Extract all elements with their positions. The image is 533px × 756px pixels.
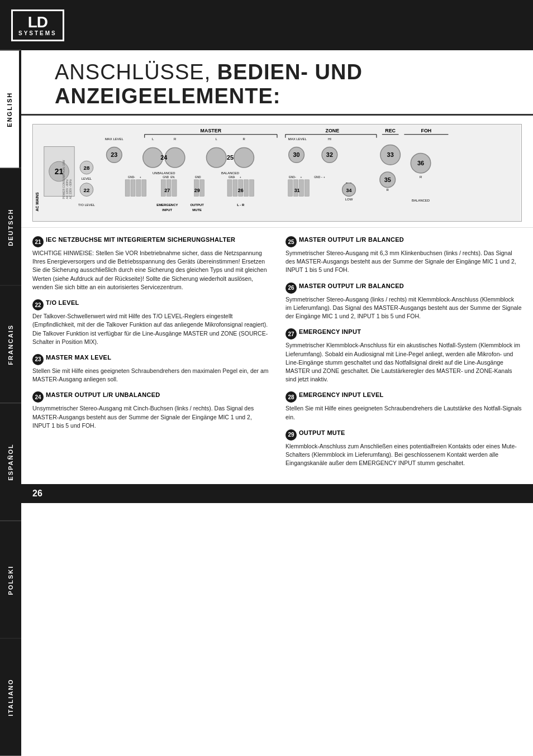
item-28-header: 28 EMERGENCY INPUT LEVEL — [285, 391, 522, 403]
svg-text:25: 25 — [227, 154, 234, 161]
lang-tab-polski[interactable]: POLSKI — [0, 521, 21, 639]
logo-ld: LD — [28, 15, 47, 30]
item-22-header: 22 T/O LEVEL — [32, 299, 269, 310]
title-section: ANSCHLÜSSE, BEDIEN- UND ANZEIGEELEMENTE: — [21, 50, 533, 116]
item-22-desc: Der Talkover-Schwellenwert wird mit Hilf… — [32, 312, 269, 346]
svg-rect-64 — [227, 180, 232, 197]
item-23-title: MASTER MAX LEVEL — [46, 354, 111, 361]
svg-text:MUTE: MUTE — [192, 208, 202, 212]
item-23-number: 23 — [32, 354, 44, 365]
logo-systems: SYSTEMS — [18, 30, 57, 36]
item-27-block: 27 EMERGENCY INPUT Symmetrischer Klemmbl… — [285, 328, 522, 384]
svg-text:34: 34 — [346, 188, 352, 193]
item-25-number: 25 — [285, 236, 297, 247]
item-23-block: 23 MASTER MAX LEVEL Stellen Sie mit Hilf… — [32, 354, 269, 384]
svg-text:33: 33 — [387, 151, 394, 158]
svg-text:EMERGENCY: EMERGENCY — [156, 203, 178, 207]
right-column: 25 MASTER OUTPUT L/R BALANCED Symmetrisc… — [285, 236, 522, 476]
svg-point-39 — [206, 148, 226, 168]
svg-text:−: − — [134, 176, 135, 179]
svg-text:30: 30 — [293, 151, 300, 158]
item-26-title: MASTER OUTPUT L/R BALANCED — [299, 283, 404, 289]
svg-text:GND: GND — [289, 176, 295, 179]
svg-rect-77 — [288, 180, 293, 197]
svg-text:ZONE: ZONE — [326, 128, 340, 133]
svg-rect-67 — [244, 180, 249, 197]
logo-box: LD SYSTEMS — [11, 9, 64, 41]
svg-text:GND: GND — [163, 176, 169, 179]
svg-text:MAX LEVEL: MAX LEVEL — [105, 137, 124, 141]
svg-text:23: 23 — [111, 151, 117, 158]
item-28-number: 28 — [285, 391, 297, 403]
item-25-title: MASTER OUTPUT L/R BALANCED — [299, 236, 404, 243]
item-21-number: 21 — [32, 236, 44, 247]
svg-text:EN.: EN. — [170, 176, 175, 179]
item-26-block: 26 MASTER OUTPUT L/R BALANCED Symmetrisc… — [285, 283, 522, 321]
item-24-title: MASTER OUTPUT L/R UNBALANCED — [46, 391, 160, 398]
svg-text:−: − — [295, 176, 297, 179]
page-footer: 26 — [21, 484, 533, 503]
item-28-block: 28 EMERGENCY INPUT LEVEL Stellen Sie mit… — [285, 391, 522, 421]
item-22-block: 22 T/O LEVEL Der Talkover-Schwellenwert … — [32, 299, 269, 346]
svg-rect-80 — [304, 180, 309, 197]
svg-text:+: + — [301, 176, 302, 179]
svg-text:26: 26 — [238, 188, 244, 193]
svg-text:AC 120V ~60Hz: AC 120V ~60Hz — [66, 179, 69, 199]
item-24-block: 24 MASTER OUTPUT L/R UNBALANCED Unsymmet… — [32, 391, 269, 430]
svg-text:UNBALANCED: UNBALANCED — [153, 171, 175, 175]
svg-text:GND: GND — [195, 176, 201, 179]
svg-text:28: 28 — [83, 165, 89, 171]
item-25-desc: Symmetrischer Stereo-Ausgang mit 6,3 mm … — [285, 249, 522, 275]
page-number: 26 — [32, 489, 42, 498]
item-24-number: 24 — [32, 391, 44, 403]
svg-text:HI: HI — [328, 137, 331, 141]
svg-rect-68 — [250, 180, 254, 197]
svg-text:29: 29 — [194, 188, 200, 193]
svg-text:R: R — [243, 137, 245, 141]
item-22-number: 22 — [32, 299, 44, 310]
item-21-title: IEC NETZBUCHSE MIT INTEGRIERTEM SICHERUN… — [46, 236, 235, 243]
svg-text:LOW: LOW — [345, 198, 353, 201]
svg-text:REC: REC — [385, 128, 396, 133]
svg-text:GND − +: GND − + — [314, 176, 325, 179]
title-prefix: ANSCHLÜSSE, — [55, 60, 217, 84]
item-27-desc: Symmetrischer Klemmblock-Anschluss für e… — [285, 341, 522, 384]
item-26-number: 26 — [285, 283, 297, 294]
svg-text:+: + — [140, 176, 141, 179]
svg-text:24: 24 — [160, 154, 167, 161]
sidebar: ENGLISH DEUTSCH FRANCAIS ESPAÑOL POLSKI … — [0, 50, 21, 756]
svg-text:BALANCED: BALANCED — [221, 171, 239, 175]
item-27-title: EMERGENCY INPUT — [299, 328, 361, 335]
diagram-container: AC MAINS 21 AC 230V ~50Hz AC 120V ~60Hz … — [32, 124, 522, 222]
lang-tab-english[interactable]: ENGLISH — [0, 50, 21, 168]
svg-rect-79 — [299, 180, 304, 197]
svg-text:T/O LEVEL: T/O LEVEL — [78, 203, 96, 207]
svg-text:L - R: L - R — [237, 203, 245, 207]
svg-text:AC MAINS: AC MAINS — [35, 192, 39, 212]
lang-tab-espanol[interactable]: ESPAÑOL — [0, 403, 21, 521]
lang-tab-francais[interactable]: FRANCAIS — [0, 285, 21, 403]
page-title: ANSCHLÜSSE, BEDIEN- UND ANZEIGEELEMENTE: — [55, 60, 499, 108]
item-22-title: T/O LEVEL — [46, 299, 79, 306]
lang-tab-deutsch[interactable]: DEUTSCH — [0, 168, 21, 286]
svg-text:MAX LEVEL: MAX LEVEL — [288, 137, 307, 141]
svg-text:21: 21 — [55, 167, 64, 176]
svg-point-40 — [234, 148, 254, 168]
svg-text:LEVEL: LEVEL — [82, 177, 92, 180]
item-23-desc: Stellen Sie mit Hilfe eines geeigneten S… — [32, 367, 269, 384]
svg-rect-65 — [233, 180, 237, 197]
lang-tab-italiano[interactable]: ITALIANO — [0, 638, 21, 756]
svg-rect-46 — [142, 180, 146, 197]
svg-text:INPUT: INPUT — [162, 208, 172, 212]
text-content: 21 IEC NETZBUCHSE MIT INTEGRIERTEM SICHE… — [21, 228, 533, 484]
svg-rect-45 — [136, 180, 141, 197]
item-24-desc: Unsymmetrischer Stereo-Ausgang mit Cinch… — [32, 404, 269, 430]
svg-text:AC 230V ~50Hz: AC 230V ~50Hz — [69, 179, 72, 199]
item-29-title: OUTPUT MUTE — [299, 429, 345, 436]
svg-text:27: 27 — [164, 188, 170, 193]
item-29-block: 29 OUTPUT MUTE Klemmblock-Anschluss zum … — [285, 429, 522, 468]
svg-text:POWER CONSUMPTION: 16W: POWER CONSUMPTION: 16W — [63, 160, 65, 199]
item-25-header: 25 MASTER OUTPUT L/R BALANCED — [285, 236, 522, 247]
item-21-header: 21 IEC NETZBUCHSE MIT INTEGRIERTEM SICHE… — [32, 236, 269, 247]
svg-point-34 — [165, 148, 185, 168]
